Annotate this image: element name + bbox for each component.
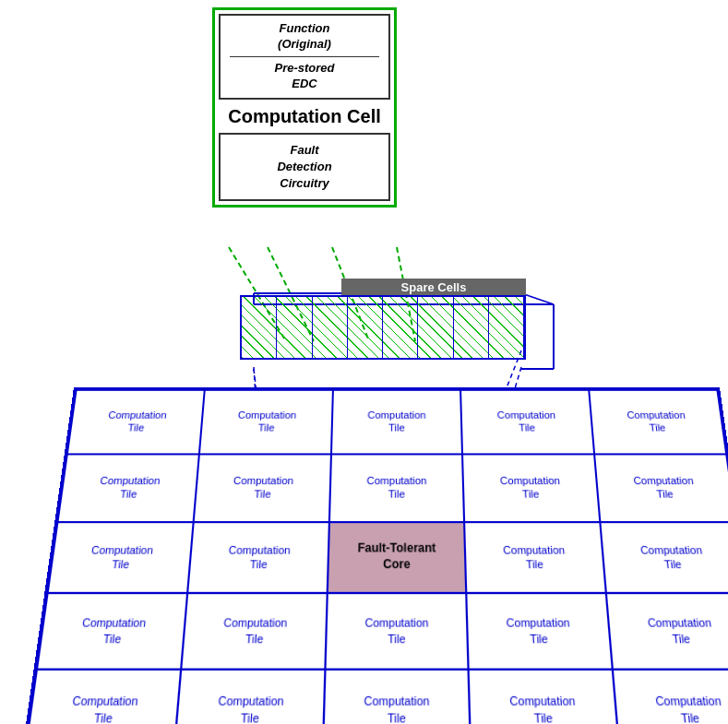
svg-line-13 xyxy=(521,293,554,304)
table-row: ComputationTile xyxy=(331,390,463,454)
function-box: Function (Original) Pre-stored EDC xyxy=(219,14,390,100)
spare-col-7 xyxy=(454,297,489,358)
table-row: ComputationTile xyxy=(606,593,728,670)
table-row: ComputationTile xyxy=(469,670,619,724)
table-row: ComputationTile xyxy=(57,454,198,521)
fault-line1: Fault xyxy=(230,142,379,159)
fault-line2: Detection xyxy=(230,159,379,175)
spare-cells-container: Spare Cells xyxy=(240,295,526,369)
table-row: ComputationTile xyxy=(464,522,606,594)
spare-col-2 xyxy=(277,297,312,358)
diagram-container: Function (Original) Pre-stored EDC Compu… xyxy=(0,0,728,724)
function-title: Function xyxy=(230,21,379,37)
table-row: ComputationTile xyxy=(173,670,324,724)
spare-grid-lines xyxy=(242,297,524,358)
computation-cell-card: Function (Original) Pre-stored EDC Compu… xyxy=(212,7,397,208)
table-row: ComputationTile xyxy=(601,522,728,594)
main-grid-wrapper: ComputationTile ComputationTile Computat… xyxy=(21,387,728,724)
table-row: ComputationTile xyxy=(187,522,329,594)
spare-col-4 xyxy=(348,297,383,358)
table-row: ComputationTile xyxy=(48,522,194,594)
spare-col-6 xyxy=(418,297,453,358)
table-row: ComputationTile xyxy=(594,454,728,521)
table-row: ComputationTile xyxy=(325,593,469,670)
fault-box: Fault Detection Circuitry xyxy=(219,133,390,202)
edc-text: EDC xyxy=(230,77,379,92)
spare-col-1 xyxy=(242,297,277,358)
table-row: ComputationTile xyxy=(328,454,464,521)
spare-col-8 xyxy=(489,297,524,358)
table-row: ComputationTile xyxy=(589,390,726,454)
table-row: ComputationTile xyxy=(199,390,333,454)
function-original: (Original) xyxy=(230,37,379,53)
spare-cells-grid xyxy=(240,295,526,360)
table-row: ComputationTile xyxy=(462,454,600,521)
fault-line3: Circuitry xyxy=(230,175,379,192)
fault-tolerant-core: Fault-TolerantCore xyxy=(327,522,466,594)
table-row: ComputationTile xyxy=(37,593,187,670)
main-grid: ComputationTile ComputationTile Computat… xyxy=(21,387,728,724)
table-row: ComputationTile xyxy=(322,670,471,724)
table-row: ComputationTile xyxy=(467,593,613,670)
spare-cells-label: Spare Cells xyxy=(341,279,526,296)
spare-col-5 xyxy=(383,297,418,358)
table-row: ComputationTile xyxy=(613,670,728,724)
table-row: ComputationTile xyxy=(181,593,327,670)
table-row: ComputationTile xyxy=(193,454,330,521)
function-divider xyxy=(230,56,379,57)
pre-stored-text: Pre-stored xyxy=(230,61,379,77)
table-row: ComputationTile xyxy=(25,670,180,724)
table-row: ComputationTile xyxy=(67,390,205,454)
computation-cell-label: Computation Cell xyxy=(219,105,390,127)
table-row: ComputationTile xyxy=(460,390,594,454)
spare-col-3 xyxy=(313,297,348,358)
